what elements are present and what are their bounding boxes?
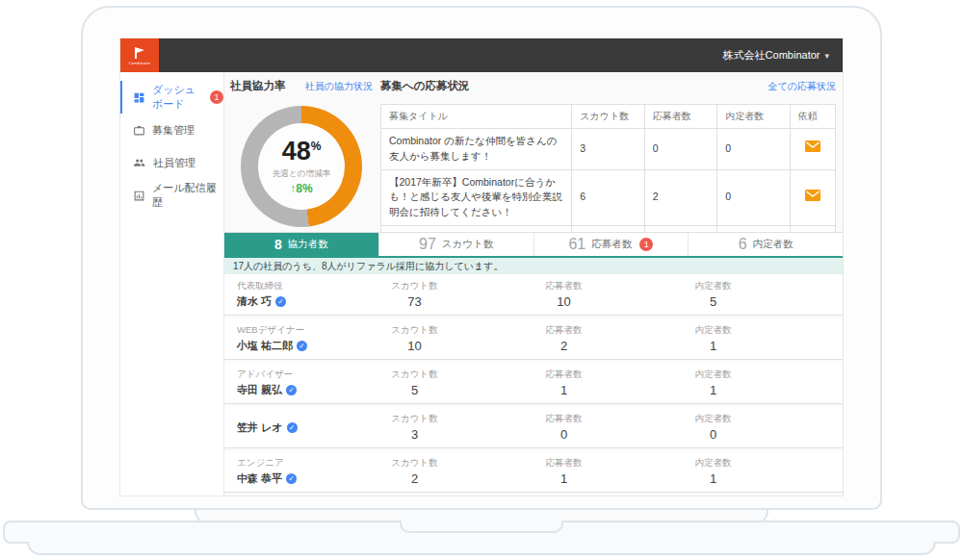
cooperation-status-link[interactable]: 社員の協力状況: [305, 80, 373, 93]
stat-label: 内定者数: [638, 324, 788, 337]
member-stats: スカウト数5 応募者数1 内定者数1: [340, 369, 788, 397]
member-row: エンジニア 中森 恭平 ✓ スカウト数2 応募者数1 内定者数1: [224, 451, 843, 493]
tab-offers[interactable]: 6 内定者数: [688, 233, 843, 256]
tab-cooperators[interactable]: 8 協力者数: [224, 233, 378, 256]
member-name-block: 笠井 レオ ✓: [224, 420, 340, 435]
stat-label: 内定者数: [638, 280, 788, 293]
request-mail-button[interactable]: [805, 190, 820, 201]
verified-check-icon: ✓: [297, 341, 307, 351]
cooperation-header: 社員協力率 社員の協力状況: [230, 79, 373, 98]
stats-tab-strip: 8 協力者数 97 スカウト数 61 応募者数 1 6 内定者数: [224, 232, 843, 258]
member-stats: スカウト数3 応募者数0 内定者数0: [340, 413, 788, 442]
recruit-title: Combinator の新たな仲間を皆さんの友人から募集します！: [381, 129, 572, 170]
table-row: アルバイトスタッフとして一緒に働いてみたいご友人を社内ランチに招待してくれません…: [381, 225, 836, 232]
stat-label: スカウト数: [340, 280, 489, 293]
tab-value: 6: [739, 236, 747, 253]
applications-table-header: 募集タイトル スカウト数 応募者数 内定者数 依頼: [381, 105, 836, 129]
stat-value: 5: [638, 294, 788, 309]
stat-value: 1: [638, 471, 788, 486]
stat-value: 5: [340, 383, 489, 397]
stat-value: 2: [340, 471, 489, 486]
stat-label: 応募者数: [489, 457, 638, 470]
offer-count: 2: [717, 225, 791, 232]
request-mail-button[interactable]: [805, 140, 820, 152]
verified-check-icon: ✓: [286, 473, 297, 484]
col-offers: 内定者数: [717, 105, 791, 129]
col-applicants: 応募者数: [644, 105, 717, 129]
member-role: エンジニア: [237, 457, 340, 470]
member-role: 代表取締役: [237, 280, 340, 293]
col-title: 募集タイトル: [381, 105, 572, 129]
company-menu-label: 株式会社Combinator: [723, 48, 820, 63]
brand-logo[interactable]: Combinator: [120, 38, 159, 72]
stat-value: 0: [489, 427, 638, 442]
sidebar-item-dashboard[interactable]: ダッシュボード 1: [120, 81, 223, 114]
stat-label: スカウト数: [340, 369, 489, 381]
col-scouts: スカウト数: [572, 105, 645, 129]
delta-label: 先週との増減率: [273, 168, 330, 180]
percent-value: 48: [282, 137, 311, 165]
company-menu[interactable]: 株式会社Combinator ▾: [723, 48, 829, 63]
sidebar-item-label: ダッシュボード: [152, 83, 201, 112]
flag-icon: [132, 46, 147, 60]
member-row: 笠井 レオ ✓ スカウト数3 応募者数0 内定者数0: [224, 407, 843, 448]
cooperation-donut: 48% 先週との増減率 ↑8%: [241, 106, 362, 227]
tab-scouts[interactable]: 97 スカウト数: [378, 233, 534, 256]
app-body: ダッシュボード 1 募集管理 社員管理 メール配信履歴: [120, 72, 843, 496]
member-stats: スカウト数73 応募者数10 内定者数5: [340, 280, 788, 309]
sidebar-item-recruitment[interactable]: 募集管理: [120, 114, 223, 146]
member-name-block: エンジニア 中森 恭平 ✓: [224, 457, 340, 486]
mail-history-icon: [133, 190, 145, 202]
member-role: WEBデザイナー: [237, 324, 340, 337]
member-name: 寺田 親弘 ✓: [237, 383, 340, 397]
member-name: 笠井 レオ ✓: [237, 420, 340, 435]
stat-value: 1: [638, 339, 788, 353]
member-name-text: 小塩 祐二郎: [237, 339, 293, 353]
tab-applicants[interactable]: 61 応募者数 1: [534, 233, 689, 256]
sidebar-item-mail-history[interactable]: メール配信履歴: [120, 179, 223, 212]
member-name-text: 寺田 親弘: [237, 383, 282, 397]
cooperation-title: 社員協力率: [230, 79, 286, 93]
applications-header: 募集への応募状況 全ての応募状況: [380, 79, 836, 98]
donut-wrap: 48% 先週との増減率 ↑8%: [230, 106, 373, 227]
member-row: 代表取締役 清水 巧 ✓ スカウト数73 応募者数10 内定者数5: [224, 274, 843, 316]
percent-sign: %: [311, 140, 322, 153]
briefcase-icon: [133, 124, 145, 137]
stat-label: 応募者数: [489, 324, 638, 337]
sidebar-item-employees[interactable]: 社員管理: [120, 146, 223, 179]
app-window: Combinator 株式会社Combinator ▾ ダッシュボード 1: [120, 38, 843, 496]
recruit-title: 【2017年新卒】Combinatorに合うかも！と感じる友人や後輩を特別企業説…: [381, 169, 572, 225]
tab-label: 協力者数: [288, 238, 328, 251]
member-row: WEBデザイナー 小塩 祐二郎 ✓ スカウト数10 応募者数2 内定者数1: [224, 318, 843, 360]
stat-value: 1: [489, 383, 638, 397]
all-applications-link[interactable]: 全ての応募状況: [768, 80, 836, 93]
member-name: 小塩 祐二郎 ✓: [237, 339, 340, 353]
stat-label: 応募者数: [489, 369, 638, 381]
stat-value: 10: [489, 294, 638, 309]
tab-value: 97: [419, 236, 436, 253]
cooperation-notice: 17人の社員のうち、8人がリファラル採用に協力しています。: [224, 258, 843, 274]
member-stats: スカウト数10 応募者数2 内定者数1: [340, 324, 788, 353]
verified-check-icon: ✓: [287, 422, 298, 433]
applicant-count: 2: [644, 225, 717, 232]
stat-label: 内定者数: [638, 413, 788, 425]
member-list: 代表取締役 清水 巧 ✓ スカウト数73 応募者数10 内定者数5 W: [224, 274, 843, 496]
applicants-badge: 1: [639, 238, 653, 251]
cooperation-percent: 48%: [282, 139, 322, 165]
applications-panel: 募集への応募状況 全ての応募状況 募集タイトル スカウト数 応募者数: [380, 79, 836, 232]
member-stats: スカウト数2 応募者数1 内定者数1: [340, 457, 788, 486]
mail-icon: [805, 190, 820, 201]
member-name: 清水 巧 ✓: [237, 294, 340, 309]
stat-value: 73: [340, 294, 489, 309]
stat-label: スカウト数: [340, 324, 489, 337]
delta-value: ↑8%: [290, 182, 312, 195]
applicant-count: 2: [644, 169, 717, 225]
member-name-block: アドバイザー 寺田 親弘 ✓: [224, 369, 340, 397]
stat-label: 応募者数: [489, 413, 638, 425]
offer-count: 0: [717, 129, 791, 170]
sidebar: ダッシュボード 1 募集管理 社員管理 メール配信履歴: [120, 72, 224, 496]
dashboard-badge: 1: [210, 90, 223, 104]
member-name: 中森 恭平 ✓: [237, 471, 340, 486]
cooperation-panel: 社員協力率 社員の協力状況 48% 先週との増減率 ↑8%: [230, 79, 380, 232]
col-request: 依頼: [790, 105, 835, 129]
